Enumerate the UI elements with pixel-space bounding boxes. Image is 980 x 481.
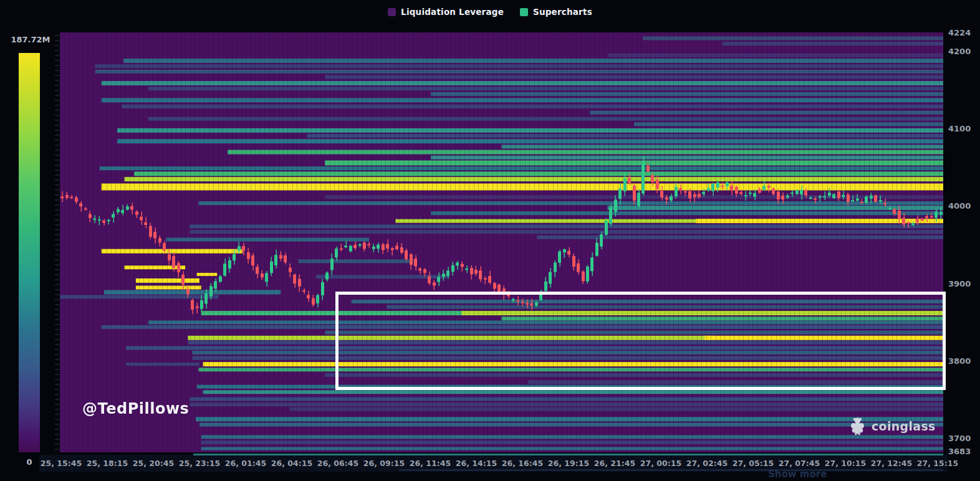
price-tick-label: 3700 — [948, 434, 971, 443]
legend-item-liquidation-leverage[interactable]: Liquidation Leverage — [388, 7, 504, 17]
chart-legend: Liquidation Leverage Supercharts — [0, 7, 980, 17]
time-tick-label: 27, 02:45 — [686, 459, 728, 468]
price-tick-label: 3683 — [948, 447, 971, 456]
time-tick-label: 26, 19:15 — [548, 459, 589, 468]
price-tick-label: 3900 — [948, 279, 971, 288]
show-more-button[interactable]: Show more — [768, 469, 827, 480]
time-tick-label: 27, 00:15 — [640, 459, 681, 468]
price-tick-rail — [55, 35, 59, 451]
time-tick-label: 26, 04:15 — [271, 459, 312, 468]
bottom-heat-band — [193, 454, 943, 455]
coinglass-logo[interactable]: coinglass — [849, 417, 936, 436]
time-tick-label: 27, 12:45 — [871, 459, 912, 468]
time-tick-label: 26, 09:15 — [363, 459, 405, 468]
time-tick-label: 26, 21:45 — [594, 459, 635, 468]
legend-label-liquidation-leverage: Liquidation Leverage — [401, 7, 504, 17]
time-tick-label: 25, 18:15 — [87, 459, 128, 468]
time-tick-label: 26, 16:45 — [502, 459, 543, 468]
price-tick-label: 3800 — [948, 356, 971, 366]
time-tick-label: 25, 23:15 — [179, 459, 220, 468]
supercharts-swatch — [520, 8, 528, 16]
price-tick-label: 4100 — [948, 124, 971, 133]
legend-item-supercharts[interactable]: Supercharts — [520, 7, 592, 17]
coinglass-wordmark: coinglass — [872, 419, 936, 433]
time-tick-label: 27, 05:15 — [733, 459, 774, 468]
time-tick-label: 27, 15:15 — [917, 459, 958, 468]
price-tick-label: 4000 — [948, 201, 971, 211]
time-tick-label: 26, 06:45 — [317, 459, 358, 468]
highlight-annotation-box — [335, 292, 946, 390]
price-tick-label: 4224 — [948, 28, 971, 37]
time-tick-label: 26, 11:45 — [410, 459, 451, 468]
price-tick-label: 4200 — [948, 47, 971, 56]
time-tick-label: 26, 14:15 — [456, 459, 497, 468]
liquidation-heatmap-screen: Liquidation Leverage Supercharts 187.72M… — [0, 0, 980, 481]
colorbar — [19, 53, 40, 452]
colorbar-max-label: 187.72M — [9, 35, 52, 44]
time-tick-label: 27, 07:45 — [779, 459, 820, 468]
price-axis: 42244200410040003900380037003683 — [948, 0, 980, 481]
time-tick-label: 25, 20:45 — [133, 459, 174, 468]
time-tick-label: 25, 15:45 — [41, 459, 82, 468]
time-tick-label: 27, 10:15 — [825, 459, 866, 468]
time-tick-label: 26, 01:45 — [225, 459, 266, 468]
coinglass-sheep-icon — [849, 417, 866, 436]
liquidation-leverage-swatch — [388, 8, 396, 16]
legend-label-supercharts: Supercharts — [533, 7, 592, 17]
watermark-tedpillows: @TedPillows — [82, 400, 189, 417]
time-axis: 25, 15:4525, 18:1525, 20:4525, 23:1526, … — [0, 459, 980, 471]
